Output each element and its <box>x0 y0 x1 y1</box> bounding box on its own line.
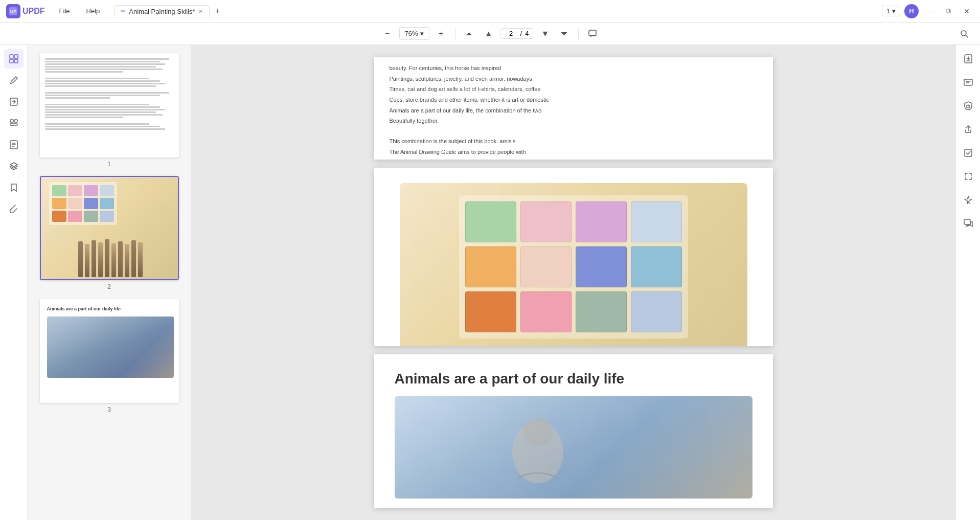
content-area: beauty. For centuries, this horse has in… <box>191 45 955 520</box>
svg-text:UP: UP <box>10 9 17 14</box>
palette-page-content <box>374 168 773 346</box>
toolbar-center: − 76% ▾ + ⏶ ▲ / 4 ▼ ⏷ <box>380 26 601 41</box>
page-text-line: Times, cat and dog art sells a lot of t-… <box>390 84 758 94</box>
svg-point-14 <box>522 418 553 446</box>
sidebar-edit-button[interactable] <box>4 71 24 90</box>
sidebar-attachment-button[interactable] <box>4 199 24 219</box>
thumb-wrapper-1[interactable] <box>40 53 179 157</box>
palette-grid <box>459 195 688 338</box>
compress-button[interactable] <box>959 167 978 186</box>
svg-rect-5 <box>14 55 18 58</box>
minimize-button[interactable]: — <box>923 4 937 18</box>
sidebar-annotate-button[interactable] <box>4 135 24 154</box>
ocr-button[interactable] <box>959 73 978 92</box>
new-tab-button[interactable]: + <box>212 5 224 17</box>
thumb-page-1 <box>41 54 179 156</box>
svg-rect-6 <box>10 59 13 63</box>
titlebar-right: 1 ▾ H — ⧉ ✕ <box>882 4 974 18</box>
nav-last-button[interactable]: ⏷ <box>557 26 572 41</box>
updf-logo: UP UPDF <box>6 4 45 18</box>
page-number: 1 <box>886 7 890 15</box>
titlebar: UP UPDF File Help ✏ Animal Painting Skil… <box>0 0 980 22</box>
page-dropdown-icon: ▾ <box>892 7 896 15</box>
share-button[interactable] <box>959 120 978 139</box>
svg-rect-16 <box>964 79 972 85</box>
svg-rect-18 <box>965 149 972 156</box>
tab-area: ✏ Animal Painting Skills* ✕ + <box>114 5 878 17</box>
pdf-page-1-bottom: beauty. For centuries, this horse has in… <box>374 57 773 160</box>
export-pdf-button[interactable] <box>959 49 978 69</box>
page-selector[interactable]: 1 ▾ <box>882 6 900 16</box>
thumbnail-page-3[interactable]: Animals are a part of our daily life 3 <box>32 299 187 413</box>
page1-thumb-content <box>41 54 179 134</box>
thumb-label-1: 1 <box>107 161 111 168</box>
pdf-page-2 <box>374 168 773 346</box>
thumbnail-page-2[interactable]: 2 <box>32 176 187 290</box>
thumb-page-2 <box>41 177 179 279</box>
page3-image <box>395 396 753 499</box>
page-text-line: beauty. For centuries, this horse has in… <box>390 63 758 73</box>
nav-next-button[interactable]: ▼ <box>537 26 553 41</box>
zoom-dropdown-icon: ▾ <box>420 30 424 37</box>
tab-edit-icon: ✏ <box>121 8 126 15</box>
svg-rect-11 <box>14 120 17 122</box>
page3-content: Animals are a part of our daily life <box>374 354 773 508</box>
comment-button[interactable] <box>585 26 600 41</box>
sidebar-bookmark-button[interactable] <box>4 178 24 197</box>
tab-label: Animal Painting Skills* <box>129 8 195 15</box>
page-text-line: This combination is the subject of this … <box>390 137 758 146</box>
thumbnail-page-1[interactable]: 1 <box>32 53 187 168</box>
nav-prev-button[interactable]: ▲ <box>481 26 496 41</box>
close-button[interactable]: ✕ <box>960 4 974 18</box>
updf-logo-icon: UP <box>6 4 20 18</box>
main-area: 1 <box>0 45 980 520</box>
sidebar-layers-button[interactable] <box>4 156 24 176</box>
ai-button[interactable] <box>959 190 978 210</box>
page-text-line: The Animal Drawing Guide aims to provide… <box>390 147 758 157</box>
thumb-wrapper-3[interactable]: Animals are a part of our daily life <box>40 299 179 403</box>
pdf-page-3: Animals are a part of our daily life <box>374 354 773 508</box>
page-text-line: Animals are a part of our daily life, th… <box>390 106 758 116</box>
page-current-input[interactable] <box>505 30 517 37</box>
thumb-label-2: 2 <box>107 283 111 290</box>
sidebar-convert-button[interactable] <box>4 92 24 111</box>
active-tab[interactable]: ✏ Animal Painting Skills* ✕ <box>114 5 209 17</box>
check-button[interactable] <box>959 143 978 163</box>
thumbnail-panel: 1 <box>28 45 191 520</box>
zoom-out-button[interactable]: − <box>380 26 395 41</box>
help-menu[interactable]: Help <box>80 5 106 17</box>
page-input-area: / 4 <box>500 28 534 39</box>
thumb-label-3: 3 <box>107 406 111 413</box>
thumb-wrapper-2[interactable] <box>40 176 179 280</box>
speech-button[interactable] <box>959 214 978 233</box>
svg-rect-7 <box>14 59 18 63</box>
right-sidebar <box>955 45 980 520</box>
sidebar-organize-button[interactable] <box>4 114 24 133</box>
nav-first-button[interactable]: ⏶ <box>462 26 477 41</box>
restore-button[interactable]: ⧉ <box>941 4 955 18</box>
toolbar: − 76% ▾ + ⏶ ▲ / 4 ▼ ⏷ <box>0 22 980 45</box>
thumb3-title: Animals are a part of our daily life <box>47 306 174 312</box>
page-total: 4 <box>525 30 529 37</box>
svg-rect-9 <box>10 120 13 122</box>
left-sidebar <box>0 45 28 520</box>
thumb-page-3: Animals are a part of our daily life <box>41 300 179 402</box>
user-avatar[interactable]: H <box>904 4 919 18</box>
svg-rect-10 <box>10 124 17 125</box>
page-separator: / <box>520 30 522 37</box>
svg-rect-4 <box>10 55 13 58</box>
zoom-display[interactable]: 76% ▾ <box>399 27 429 40</box>
protect-button[interactable] <box>959 96 978 116</box>
updf-logo-text: UPDF <box>22 7 45 16</box>
search-button[interactable] <box>956 26 972 41</box>
sidebar-thumbnails-button[interactable] <box>4 49 24 69</box>
svg-rect-19 <box>964 219 970 224</box>
toolbar-right <box>956 26 972 41</box>
page-text-line: Cups, store brands and other items, whet… <box>390 95 758 105</box>
tab-close-button[interactable]: ✕ <box>198 8 203 15</box>
page1-bottom-text: beauty. For centuries, this horse has in… <box>374 57 773 160</box>
page-text-line: Beautifully together. <box>390 116 758 126</box>
file-menu[interactable]: File <box>53 5 76 17</box>
zoom-in-button[interactable]: + <box>434 26 449 41</box>
zoom-level-text: 76% <box>405 30 418 37</box>
